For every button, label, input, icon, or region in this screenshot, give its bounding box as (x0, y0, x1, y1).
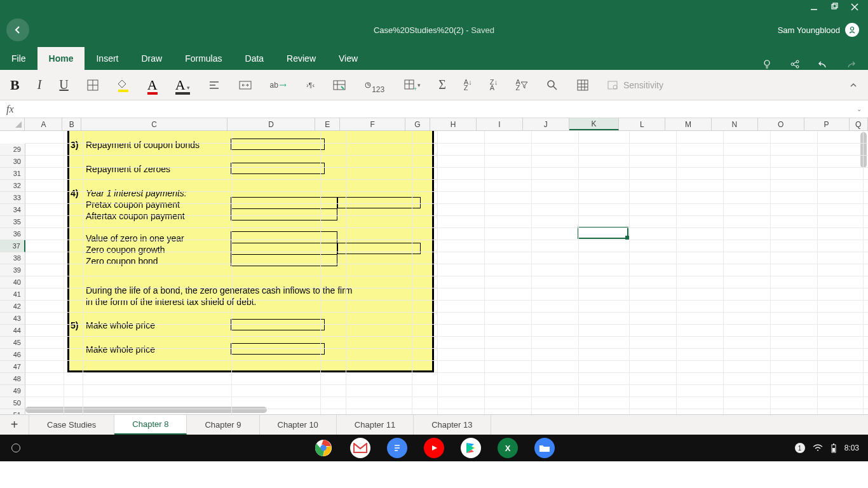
col-header-L[interactable]: L (619, 118, 665, 130)
row-header-35[interactable]: 35 (0, 216, 25, 228)
row-header-45[interactable]: 45 (0, 337, 25, 349)
borders-icon[interactable] (86, 79, 99, 92)
menu-file[interactable]: File (0, 47, 37, 70)
number-format-icon[interactable]: 123 (364, 76, 384, 94)
col-header-E[interactable]: E (315, 118, 340, 130)
notification-badge[interactable]: 1 (795, 443, 805, 453)
sheet-tab-chapter-10[interactable]: Chapter 10 (260, 415, 337, 435)
insert-cells-icon[interactable]: +▾ (402, 79, 421, 92)
menu-view[interactable]: View (327, 47, 369, 70)
clock[interactable]: 8:03 (844, 444, 859, 452)
col-header-D[interactable]: D (227, 118, 315, 130)
row-header-41[interactable]: 41 (0, 288, 25, 301)
fill-color-icon[interactable] (117, 78, 130, 92)
back-button[interactable] (6, 18, 29, 41)
menu-data[interactable]: Data (234, 47, 276, 70)
row-header-50[interactable]: 50 (0, 397, 25, 409)
row-header-42[interactable]: 42 (0, 301, 25, 313)
col-header-Q[interactable]: Q (850, 118, 868, 130)
fx-expand-icon[interactable]: ⌄ (857, 105, 862, 112)
italic-button[interactable]: I (37, 78, 42, 92)
excel-icon[interactable]: X (498, 438, 518, 458)
row-header-36[interactable]: 36 (0, 228, 25, 240)
share-icon[interactable] (789, 58, 801, 70)
row-header-46[interactable]: 46 (0, 349, 25, 361)
col-header-B[interactable]: B (62, 118, 81, 130)
redo-icon[interactable] (845, 58, 857, 70)
sheet-tab-chapter-13[interactable]: Chapter 13 (414, 415, 491, 435)
row-header-31[interactable]: 31 (0, 168, 25, 180)
merge-icon[interactable] (238, 79, 252, 92)
row-header-37[interactable]: 37 (0, 240, 25, 252)
col-header-P[interactable]: P (804, 118, 850, 130)
col-header-F[interactable]: F (340, 118, 405, 130)
cashflow-input-2[interactable] (337, 243, 421, 254)
row-header-40[interactable]: 40 (0, 276, 25, 288)
row-header-30[interactable]: 30 (0, 156, 25, 168)
table-icon[interactable] (576, 79, 589, 92)
collapse-ribbon-icon[interactable] (849, 81, 858, 90)
make-whole-input-1[interactable] (231, 319, 325, 330)
add-sheet-button[interactable]: + (0, 415, 29, 435)
autosum-icon[interactable]: Σ (438, 78, 446, 92)
menu-insert[interactable]: Insert (85, 47, 130, 70)
row-header-34[interactable]: 34 (0, 204, 25, 216)
cashflow-input-1[interactable] (337, 197, 421, 208)
col-header-H[interactable]: H (430, 118, 477, 130)
filter-icon[interactable]: AZ (516, 79, 528, 91)
active-cell[interactable] (578, 227, 628, 239)
row-header-43[interactable]: 43 (0, 313, 25, 325)
sheet-tab-chapter-9[interactable]: Chapter 9 (187, 415, 259, 435)
files-icon[interactable] (534, 438, 555, 458)
col-header-K[interactable]: K (569, 118, 620, 130)
col-header-A[interactable]: A (25, 118, 62, 130)
row-header-39[interactable]: 39 (0, 264, 25, 276)
row-header-48[interactable]: 48 (0, 373, 25, 385)
font-color-icon[interactable]: A (147, 77, 158, 93)
zero-box[interactable] (231, 231, 337, 266)
sort-asc-icon[interactable]: AZ↓ (464, 79, 472, 91)
row-header-51[interactable]: 51 (0, 409, 25, 414)
row-header-32[interactable]: 32 (0, 180, 25, 192)
row-header-44[interactable]: 44 (0, 325, 25, 337)
col-header-C[interactable]: C (81, 118, 227, 130)
col-header-I[interactable]: I (477, 118, 523, 130)
restore-icon[interactable] (830, 3, 839, 11)
vertical-scrollbar[interactable] (860, 132, 867, 168)
sheet-tab-case-studies[interactable]: Case Studies (29, 415, 114, 435)
chrome-icon[interactable] (313, 438, 334, 458)
align-icon[interactable] (208, 79, 220, 92)
row-header-29[interactable]: 29 (0, 144, 25, 156)
sort-desc-icon[interactable]: ZA↓ (490, 79, 498, 91)
menu-draw[interactable]: Draw (130, 47, 173, 70)
row-header-49[interactable]: 49 (0, 385, 25, 397)
underline-button[interactable]: U (59, 78, 68, 92)
cell-styles-icon[interactable] (332, 79, 346, 92)
row-header-33[interactable]: 33 (0, 192, 25, 204)
docs-icon[interactable] (387, 438, 407, 458)
col-header-M[interactable]: M (665, 118, 712, 130)
text-direction-icon[interactable]: ›¶‹ (306, 81, 315, 89)
menu-formulas[interactable]: Formulas (173, 47, 233, 70)
make-whole-input-2[interactable] (231, 343, 325, 355)
sheet-tab-chapter-8[interactable]: Chapter 8 (114, 415, 187, 435)
menu-home[interactable]: Home (37, 47, 85, 70)
play-store-icon[interactable] (461, 438, 481, 458)
wifi-icon[interactable] (813, 444, 823, 452)
gmail-icon[interactable] (350, 438, 370, 458)
row-header-47[interactable]: 47 (0, 361, 25, 373)
select-all-corner[interactable] (0, 118, 25, 130)
row-header-38[interactable]: 38 (0, 252, 25, 264)
col-header-O[interactable]: O (758, 118, 804, 130)
youtube-icon[interactable] (424, 438, 444, 458)
minimize-icon[interactable] (810, 3, 818, 11)
user-name[interactable]: Sam Youngblood (778, 25, 840, 35)
menu-review[interactable]: Review (275, 47, 327, 70)
user-avatar-icon[interactable] (845, 23, 859, 37)
lightbulb-icon[interactable] (761, 58, 773, 70)
wrap-text-icon[interactable]: ab (270, 81, 288, 90)
battery-icon[interactable] (831, 443, 837, 453)
item-3-input[interactable] (231, 139, 325, 150)
sensitivity-button[interactable]: Sensitivity (607, 79, 663, 91)
item-3b-input[interactable] (231, 163, 325, 174)
